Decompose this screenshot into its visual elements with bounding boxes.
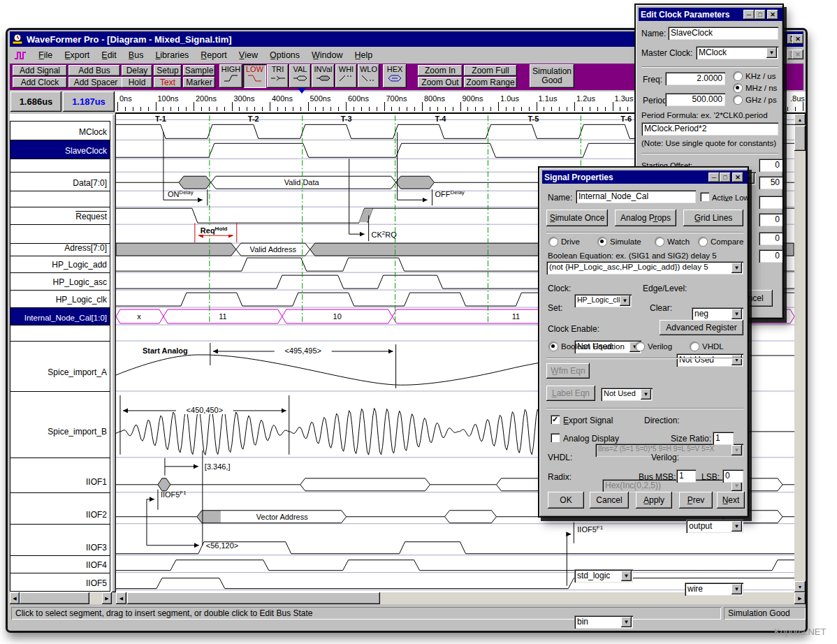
radio-icon[interactable] (655, 237, 664, 246)
size-ratio-field[interactable]: 1 (713, 432, 734, 445)
menu-window[interactable]: W̲indow (312, 50, 342, 60)
signal-row-iiof5[interactable]: IIOF5 (10, 573, 110, 592)
scroll-down-button[interactable]: ▼ (794, 581, 806, 592)
simulate-once-button[interactable]: S̲imulate Once (546, 210, 608, 226)
dropdown-icon[interactable]: ▼ (766, 47, 777, 58)
menu-view[interactable]: V̲iew (239, 50, 258, 60)
boolean-equation-combo[interactable]: (not {HP_Logic_asc,HP_Logic_add}) delay … (546, 261, 743, 275)
dropdown-icon[interactable]: ▼ (620, 295, 630, 306)
radio-icon[interactable] (699, 237, 707, 246)
signal-spacer-row[interactable] (10, 224, 110, 244)
scroll-left-icon[interactable]: ◀ (10, 592, 20, 604)
signal-row-data[interactable]: Data[7:0] (10, 172, 110, 191)
radio-icon[interactable] (598, 237, 606, 246)
clock-enable-combo[interactable]: Not Used▼ (601, 388, 653, 401)
bus-msb-field[interactable]: 1 (676, 469, 696, 483)
state-inval-button[interactable]: INVal (312, 64, 335, 88)
mode-drive-option[interactable]: Drive (549, 237, 580, 246)
scroll-up-button[interactable]: ▲ (794, 114, 806, 125)
dropdown-icon[interactable]: ▼ (732, 521, 742, 532)
starting-offset-field[interactable]: 0 (759, 159, 783, 172)
add-clock-button[interactable]: Add Clock (13, 77, 67, 88)
analog-props-button[interactable]: Analog Pr̲ops (615, 210, 676, 226)
signal-row-iiof2[interactable]: IIOF2 (10, 492, 110, 525)
menu-file[interactable]: F̲ile (38, 50, 52, 60)
clock-name-field[interactable]: SlaveClock (668, 27, 778, 40)
vhdl-combo[interactable]: std_logic▼ (574, 569, 633, 583)
vertical-scroll-thumb[interactable] (794, 126, 806, 151)
signal-spacer-row[interactable] (10, 191, 110, 207)
state-high-button[interactable]: HIGH (219, 64, 242, 88)
signal-row-internal-node[interactable]: Internal_Node_Cal[1:0] (10, 307, 110, 325)
dropdown-icon[interactable]: ▼ (621, 571, 632, 581)
dropdown-icon[interactable]: ▼ (732, 263, 742, 273)
clock-param-field[interactable]: 50 (759, 176, 783, 189)
apply-button[interactable]: A̲pply (636, 492, 672, 508)
delay-button[interactable]: Delay (122, 65, 152, 76)
signal-row-hp-logic-clk[interactable]: HP_Logic_clk (10, 290, 110, 308)
text-button[interactable]: Text (154, 77, 182, 88)
minimize-icon[interactable]: ─ (708, 173, 720, 182)
cursor-time-button[interactable]: 1.187us (63, 92, 115, 112)
radio-icon[interactable] (549, 237, 558, 246)
dropdown-icon[interactable]: ▼ (732, 309, 742, 319)
add-signal-button[interactable]: Add Signal (13, 65, 67, 76)
zoom-range-button[interactable]: Zoom Range (464, 77, 517, 88)
menu-edit[interactable]: E̲dit (101, 50, 117, 60)
signal-row-spice-a[interactable]: Spice_import_A (10, 341, 110, 392)
signal-row-iiof1[interactable]: IIOF1 (10, 458, 110, 493)
signal-row-iiof3[interactable]: IIOF3 (10, 524, 110, 556)
period-formula-field[interactable]: MClock.Period*2 (641, 122, 778, 136)
radio-icon[interactable] (549, 342, 558, 351)
close-icon[interactable]: ✕ (732, 173, 743, 182)
advanced-register-button[interactable]: Advanced Register (660, 320, 743, 335)
close-button[interactable]: ✕ (792, 34, 803, 44)
state-val-button[interactable]: VAL (289, 64, 311, 88)
state-hex-button[interactable]: HEX (383, 64, 407, 88)
edge-level-combo[interactable]: neg▼ (692, 307, 743, 321)
grid-lines-button[interactable]: G̲rid Lines (683, 210, 743, 226)
dropdown-icon[interactable]: ▼ (732, 584, 742, 594)
wfm-eqn-button[interactable]: W̲fm Eqn (546, 363, 590, 379)
state-low-button[interactable]: LOW (243, 64, 266, 88)
direction-combo[interactable]: output▼ (686, 520, 743, 533)
ok-button[interactable]: OK (548, 492, 584, 508)
next-button[interactable]: N̲ext (717, 492, 745, 508)
mode-simulate-option[interactable]: Simulate (598, 237, 641, 246)
signal-spacer-row[interactable] (10, 325, 110, 342)
signal-row-slaveclock[interactable]: SlaveClock (10, 140, 110, 159)
menu-help[interactable]: H̲elp (355, 50, 373, 60)
close-icon[interactable]: ✕ (767, 10, 778, 20)
mode-compare-option[interactable]: Compare (699, 237, 743, 246)
lang-boolean-option[interactable]: Boolean Equation (549, 342, 625, 351)
minimize-icon[interactable]: ─ (743, 10, 755, 20)
dropdown-icon[interactable]: ▼ (641, 389, 651, 400)
label-eqn-button[interactable]: L̲abel Eqn (546, 386, 595, 401)
menu-options[interactable]: O̲ptions (270, 50, 300, 60)
radio-icon[interactable] (734, 84, 742, 92)
zoom-in-button[interactable]: Zoom In (418, 65, 463, 76)
signal-spacer-row[interactable] (10, 159, 110, 173)
radio-icon[interactable] (636, 342, 644, 351)
prev-button[interactable]: P̲rev (679, 492, 713, 508)
clock-combo[interactable]: HP_Logic_clk▼ (574, 294, 632, 307)
marker-button[interactable]: Marker (183, 77, 215, 88)
export-signal-checkbox[interactable]: ✓ (551, 415, 560, 424)
zoom-out-button[interactable]: Zoom Out (418, 77, 463, 88)
analog-display-checkbox[interactable]: ✓ (551, 433, 560, 442)
radix-combo[interactable]: bin▼ (574, 615, 633, 629)
mode-watch-option[interactable]: Watch (655, 237, 690, 246)
scroll-right-icon[interactable]: ▶ (102, 592, 112, 604)
dropdown-icon[interactable]: ▼ (732, 445, 742, 455)
clock-param-field[interactable]: 0 (759, 249, 783, 263)
signal-row-adress[interactable]: Adress[7:0] (10, 243, 110, 256)
label-scroll-thumb[interactable] (20, 592, 89, 604)
unit-ghz-option[interactable]: GHz / ps (734, 96, 777, 104)
state-wlo-button[interactable]: WLO (358, 64, 379, 88)
vertical-scrollbar[interactable]: ▲ ▼ (794, 114, 806, 592)
simulation-good-button[interactable]: Simulation Good (530, 64, 574, 88)
dropdown-icon[interactable]: ▼ (732, 355, 742, 365)
signal-row-request[interactable]: Request (10, 207, 110, 225)
clock-param-field[interactable]: 0 (759, 213, 783, 226)
label-column-scrollbar[interactable]: ◀ ▶ (10, 592, 112, 604)
